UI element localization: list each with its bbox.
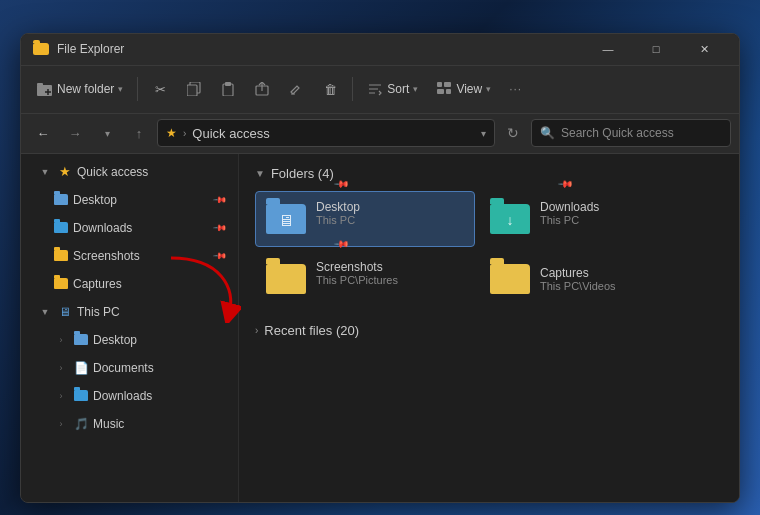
svg-rect-5: [187, 85, 197, 96]
up-button[interactable]: ↑: [125, 119, 153, 147]
desktop-folder-icon: [53, 192, 69, 208]
desktop-tile-name: Desktop: [316, 200, 464, 214]
sidebar-item-label: Desktop: [73, 193, 211, 207]
cut-button[interactable]: ✂: [144, 71, 176, 107]
folders-chevron-icon: ▼: [255, 168, 265, 179]
music-icon: 🎵: [73, 416, 89, 432]
desktop-pc-expand-icon: ›: [53, 332, 69, 348]
address-separator-icon: ›: [183, 128, 186, 139]
close-button[interactable]: ✕: [681, 33, 727, 65]
sort-chevron: ▾: [413, 84, 418, 94]
screenshots-tile-name: Screenshots: [316, 260, 464, 274]
view-button[interactable]: View ▾: [428, 71, 499, 107]
toolbar-separator-1: [137, 77, 138, 101]
folders-section-header[interactable]: ▼ Folders (4): [255, 166, 723, 181]
recent-locations-button[interactable]: ▾: [93, 119, 121, 147]
sidebar-item-this-pc[interactable]: ▼ 🖥 This PC: [25, 298, 234, 326]
folders-grid: 🖥 Desktop This PC 📌 ↓: [255, 191, 723, 307]
favorite-star-icon: ★: [166, 126, 177, 140]
sidebar-item-label: Screenshots: [73, 249, 211, 263]
downloads-pin-icon: 📌: [213, 220, 228, 235]
desktop-pin-icon: 📌: [213, 192, 228, 207]
copy-icon: [186, 81, 202, 97]
minimize-button[interactable]: —: [585, 33, 631, 65]
search-box[interactable]: 🔍 Search Quick access: [531, 119, 731, 147]
copy-button[interactable]: [178, 71, 210, 107]
svg-rect-0: [37, 85, 52, 96]
view-chevron: ▾: [486, 84, 491, 94]
screenshots-pin-icon: 📌: [213, 248, 228, 263]
more-options-button[interactable]: ···: [501, 71, 530, 107]
toolbar-separator-2: [352, 77, 353, 101]
svg-rect-1: [37, 83, 43, 86]
recent-section-title: Recent files (20): [264, 323, 359, 338]
documents-icon: 📄: [73, 360, 89, 376]
sort-icon: [367, 81, 383, 97]
recent-files-section: › Recent files (20): [255, 323, 723, 338]
back-button[interactable]: ←: [29, 119, 57, 147]
window-controls: — □ ✕: [585, 33, 727, 65]
sidebar-item-downloads-qa[interactable]: Downloads 📌: [25, 214, 234, 242]
recent-section-header[interactable]: › Recent files (20): [255, 323, 723, 338]
this-pc-expand-icon: ▼: [37, 304, 53, 320]
paste-icon: [220, 81, 236, 97]
address-dropdown-icon[interactable]: ▾: [481, 128, 486, 139]
downloads-tile-name: Downloads: [540, 200, 688, 214]
downloads-pc-expand-icon: ›: [53, 388, 69, 404]
share-icon: [254, 81, 270, 97]
folders-section-title: Folders (4): [271, 166, 334, 181]
folder-tile-downloads[interactable]: ↓ Downloads This PC 📌: [479, 191, 699, 247]
quick-access-expand-icon: ▼: [37, 164, 53, 180]
address-bar: ← → ▾ ↑ ★ › Quick access ▾ ↻ 🔍 Search Qu…: [21, 114, 739, 154]
sort-button[interactable]: Sort ▾: [359, 71, 426, 107]
new-folder-label: New folder: [57, 82, 114, 96]
music-expand-icon: ›: [53, 416, 69, 432]
sidebar-item-documents[interactable]: › 📄 Documents: [25, 354, 234, 382]
address-text: Quick access: [192, 126, 475, 141]
downloads-folder-icon: [53, 220, 69, 236]
sidebar-item-downloads-pc[interactable]: › Downloads: [25, 382, 234, 410]
desktop-tile-icon: 🖥: [266, 199, 306, 239]
recent-chevron-icon: ›: [255, 325, 258, 336]
this-pc-icon: 🖥: [57, 304, 73, 320]
sidebar-item-label: Downloads: [73, 221, 211, 235]
desktop-pc-folder-icon: [73, 332, 89, 348]
sidebar-item-quick-access[interactable]: ▼ ★ Quick access: [25, 158, 234, 186]
sidebar-item-music[interactable]: › 🎵 Music: [25, 410, 234, 438]
svg-rect-7: [225, 82, 231, 86]
content-area: ▼ Folders (4) 🖥 Desktop This PC 📌: [239, 154, 739, 502]
share-button[interactable]: [246, 71, 278, 107]
sidebar-item-screenshots[interactable]: Screenshots 📌: [25, 242, 234, 270]
captures-folder-icon: [53, 276, 69, 292]
new-folder-chevron: ▾: [118, 84, 123, 94]
sidebar-item-label: Quick access: [77, 165, 226, 179]
sidebar-item-label: Downloads: [93, 389, 226, 403]
sidebar-wrapper: ▼ ★ Quick access Desktop 📌: [21, 154, 239, 502]
refresh-button[interactable]: ↻: [499, 119, 527, 147]
delete-button[interactable]: 🗑: [314, 71, 346, 107]
documents-expand-icon: ›: [53, 360, 69, 376]
sidebar-item-label: Desktop: [93, 333, 226, 347]
svg-rect-14: [437, 82, 442, 87]
delete-icon: 🗑: [322, 81, 338, 97]
window-title: File Explorer: [57, 42, 585, 56]
new-folder-button[interactable]: New folder ▾: [29, 71, 131, 107]
rename-button[interactable]: [280, 71, 312, 107]
new-folder-icon: [37, 81, 53, 97]
rename-icon: [288, 81, 304, 97]
main-content: ▼ ★ Quick access Desktop 📌: [21, 154, 739, 502]
search-icon: 🔍: [540, 126, 555, 140]
paste-button[interactable]: [212, 71, 244, 107]
folder-tile-desktop[interactable]: 🖥 Desktop This PC 📌: [255, 191, 475, 247]
sidebar-item-captures[interactable]: Captures: [25, 270, 234, 298]
sidebar: ▼ ★ Quick access Desktop 📌: [21, 154, 239, 502]
sidebar-item-desktop-pc[interactable]: › Desktop: [25, 326, 234, 354]
svg-rect-15: [444, 82, 451, 87]
maximize-button[interactable]: □: [633, 33, 679, 65]
forward-button[interactable]: →: [61, 119, 89, 147]
toolbar: New folder ▾ ✂: [21, 66, 739, 114]
sidebar-item-desktop[interactable]: Desktop 📌: [25, 186, 234, 214]
address-box[interactable]: ★ › Quick access ▾: [157, 119, 495, 147]
captures-tile-icon: [490, 259, 530, 299]
downloads-tile-icon: ↓: [490, 199, 530, 239]
